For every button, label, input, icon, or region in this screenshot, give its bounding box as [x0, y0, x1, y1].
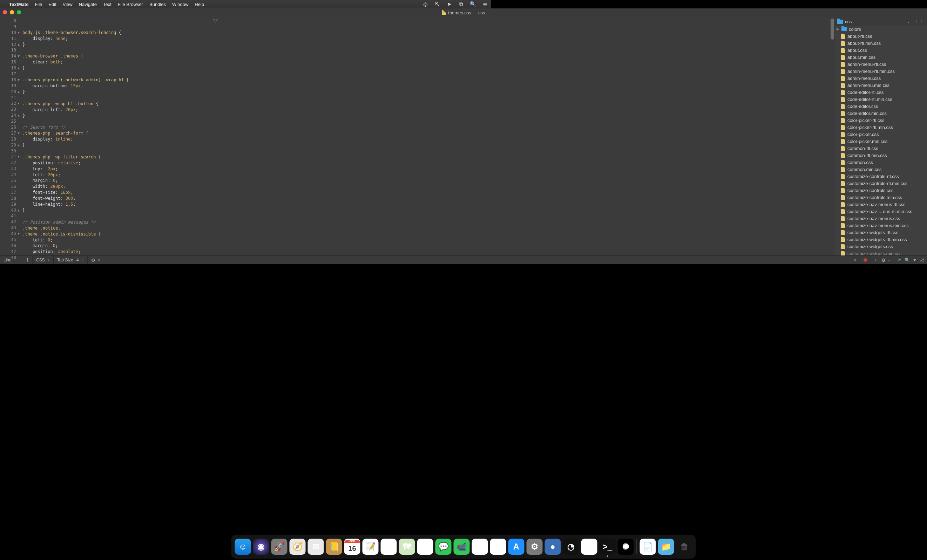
code-line[interactable]: display: inline;: [23, 136, 491, 142]
screen-mirror-icon[interactable]: ⧉: [458, 1, 464, 8]
code-line[interactable]: }: [23, 208, 491, 213]
menu-edit[interactable]: Edit: [49, 2, 56, 7]
line-number[interactable]: 39: [0, 202, 20, 208]
code-line[interactable]: }: [23, 42, 491, 48]
cc-icon[interactable]: ◎: [422, 1, 429, 8]
window-titlebar[interactable]: themes.css — css: [0, 8, 491, 17]
tool-icon[interactable]: ⛏: [434, 2, 440, 8]
code-line[interactable]: .themes-php .wp-filter-search {: [23, 154, 491, 160]
line-number[interactable]: 48: [0, 255, 20, 261]
code-line[interactable]: [23, 118, 491, 124]
menu-file-browser[interactable]: File Browser: [118, 2, 143, 7]
app-name[interactable]: TextMate: [9, 2, 28, 7]
cursor-icon[interactable]: ➤: [446, 1, 452, 8]
line-number[interactable]: 41: [0, 213, 20, 219]
window-minimize-button[interactable]: [10, 10, 14, 14]
line-number[interactable]: 23: [0, 106, 20, 112]
menu-view[interactable]: View: [63, 2, 73, 7]
code-line[interactable]: margin-left: 20px;: [23, 107, 491, 113]
code-line[interactable]: top: -2px;: [23, 166, 491, 172]
line-number[interactable]: 10▼: [0, 30, 20, 36]
line-number[interactable]: 16▲: [0, 65, 20, 71]
line-number[interactable]: 15: [0, 59, 20, 65]
line-number[interactable]: 20▲: [0, 89, 20, 95]
code-line[interactable]: margin-bottom: 15px;: [23, 83, 491, 89]
code-line[interactable]: .theme-browser .themes {: [23, 53, 491, 59]
line-number[interactable]: 26: [0, 124, 20, 131]
code-line[interactable]: body.js .theme-browser.search-loading {: [23, 30, 491, 36]
bundle-menu[interactable]: ⚙ ⇅: [88, 256, 104, 264]
code-line[interactable]: right: 0;: [23, 255, 491, 255]
control-center-icon[interactable]: ≣: [482, 1, 488, 8]
tabsize-selector[interactable]: Tab Size: 4 ⌄: [54, 256, 88, 264]
code-line[interactable]: [23, 71, 491, 77]
code-line[interactable]: width: 280px;: [23, 184, 491, 190]
code-line[interactable]: /* Search form */: [23, 124, 491, 131]
code-line[interactable]: }: [23, 142, 491, 148]
code-line[interactable]: [23, 24, 491, 30]
spotlight-icon[interactable]: 🔍: [470, 1, 476, 8]
code-line[interactable]: }: [23, 113, 491, 119]
menu-file[interactable]: File: [35, 2, 42, 7]
code-line[interactable]: .theme .notice,: [23, 225, 491, 231]
code-line[interactable]: position: absolute;: [23, 249, 491, 255]
line-number[interactable]: 14▼: [0, 53, 20, 59]
code-line[interactable]: /* Position admin messages */: [23, 219, 491, 225]
window-close-button[interactable]: [3, 10, 7, 14]
code-line[interactable]: [23, 95, 491, 101]
line-number[interactable]: 36: [0, 184, 20, 190]
line-number[interactable]: 38: [0, 196, 20, 202]
line-number[interactable]: 31▼: [0, 154, 20, 160]
menu-help[interactable]: Help: [195, 2, 204, 7]
code-line[interactable]: font-size: 16px;: [23, 190, 491, 196]
language-selector[interactable]: CSS ⇅: [33, 256, 54, 264]
code-line[interactable]: ----------------------------------------…: [23, 18, 491, 24]
code-line[interactable]: .theme .notice.is-dismissible {: [23, 231, 491, 237]
line-number[interactable]: 43: [0, 225, 20, 231]
line-number[interactable]: 30: [0, 148, 20, 154]
window-zoom-button[interactable]: [17, 10, 21, 14]
menu-bundles[interactable]: Bundles: [149, 2, 166, 7]
code-line[interactable]: display: none;: [23, 36, 491, 42]
editor-code[interactable]: ----------------------------------------…: [20, 17, 491, 255]
line-number[interactable]: 34: [0, 172, 20, 178]
code-line[interactable]: line-height: 1.5;: [23, 202, 491, 208]
code-line[interactable]: .themes-php:not(.network-admin) .wrap h1…: [23, 77, 491, 83]
code-line[interactable]: }: [23, 89, 491, 95]
code-line[interactable]: [23, 48, 491, 54]
code-line[interactable]: position: relative;: [23, 160, 491, 166]
line-number[interactable]: 11: [0, 36, 20, 42]
code-line[interactable]: left: 20px;: [23, 172, 491, 178]
line-number[interactable]: 21: [0, 95, 20, 101]
line-number[interactable]: 45: [0, 237, 20, 243]
code-line[interactable]: .themes-php .search-form {: [23, 131, 491, 136]
line-number[interactable]: 33: [0, 166, 20, 172]
line-number[interactable]: 8: [0, 18, 20, 24]
code-line[interactable]: clear: both;: [23, 59, 491, 65]
line-number[interactable]: 17: [0, 71, 20, 77]
menu-navigate[interactable]: Navigate: [79, 2, 97, 7]
code-line[interactable]: font-weight: 300;: [23, 196, 491, 202]
line-number[interactable]: 28: [0, 136, 20, 142]
line-number[interactable]: 35: [0, 178, 20, 184]
menu-window[interactable]: Window: [172, 2, 188, 7]
line-number[interactable]: 13: [0, 47, 20, 53]
line-number[interactable]: 47: [0, 249, 20, 255]
line-number[interactable]: 29▲: [0, 142, 20, 148]
line-number[interactable]: 24▲: [0, 112, 20, 118]
line-number[interactable]: 12▲: [0, 42, 20, 48]
line-number[interactable]: 25: [0, 118, 20, 124]
code-line[interactable]: left: 0;: [23, 237, 491, 243]
menu-text[interactable]: Text: [103, 2, 111, 7]
code-line[interactable]: margin: 0;: [23, 178, 491, 184]
line-number[interactable]: 44▼: [0, 231, 20, 237]
line-number[interactable]: 37: [0, 190, 20, 196]
line-number[interactable]: 27▼: [0, 131, 20, 136]
line-number[interactable]: 19: [0, 83, 20, 89]
code-line[interactable]: }: [23, 65, 491, 71]
line-number[interactable]: 9: [0, 24, 20, 30]
line-number[interactable]: 18▼: [0, 77, 20, 83]
code-line[interactable]: [23, 213, 491, 219]
code-line[interactable]: .themes-php .wrap h1 .button {: [23, 101, 491, 107]
line-number[interactable]: 46: [0, 243, 20, 249]
